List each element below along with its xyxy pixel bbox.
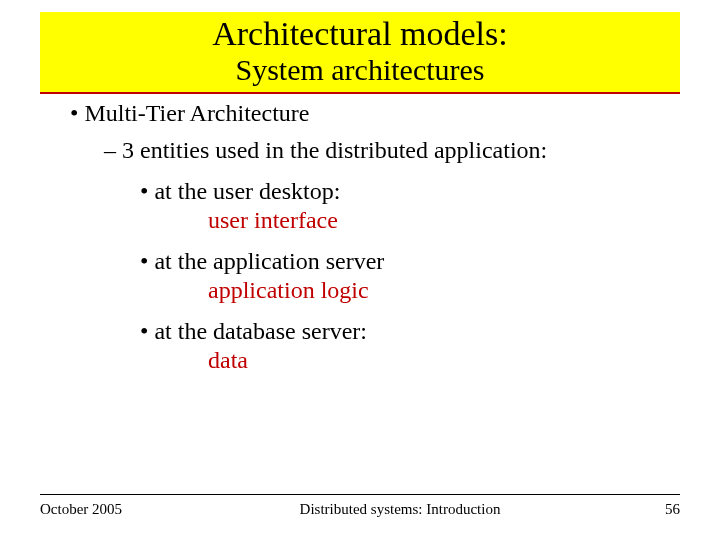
slide-subtitle: System architectures — [40, 53, 680, 88]
bullet-lvl2: 3 entities used in the distributed appli… — [104, 137, 680, 164]
slide-footer: October 2005 Distributed systems: Introd… — [40, 494, 680, 518]
footer-course: Distributed systems: Introduction — [160, 501, 640, 518]
slide-content: Multi-Tier Architecture 3 entities used … — [40, 100, 680, 374]
bullet-item-where: at the user desktop: — [140, 178, 680, 205]
bullet-item-where: at the application server — [140, 248, 680, 275]
bullet-item-where: at the database server: — [140, 318, 680, 345]
title-block: Architectural models: System architectur… — [40, 12, 680, 94]
slide-title: Architectural models: — [40, 14, 680, 53]
bullet-item-what: data — [208, 347, 680, 374]
bullet-item-what: application logic — [208, 277, 680, 304]
footer-page-number: 56 — [640, 501, 680, 518]
bullet-lvl1: Multi-Tier Architecture — [70, 100, 680, 127]
footer-date: October 2005 — [40, 501, 160, 518]
bullet-item-what: user interface — [208, 207, 680, 234]
